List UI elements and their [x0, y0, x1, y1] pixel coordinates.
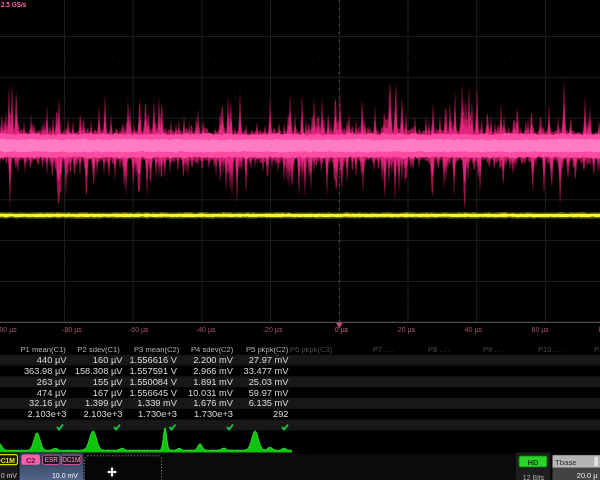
svg-text:DC1M: DC1M: [0, 457, 15, 464]
svg-text:474 µV: 474 µV: [37, 388, 67, 398]
svg-text:2.103e+3: 2.103e+3: [27, 409, 66, 419]
svg-text:-100 µs: -100 µs: [0, 326, 17, 334]
svg-text:C2: C2: [26, 456, 35, 465]
svg-text:1.730e+3: 1.730e+3: [138, 409, 177, 419]
svg-text:10.031 mV: 10.031 mV: [188, 388, 234, 398]
svg-text:P9 . . .: P9 . . .: [483, 345, 505, 354]
svg-text:DC1M: DC1M: [62, 456, 80, 463]
svg-text:-40 µs: -40 µs: [196, 326, 216, 334]
svg-text:32.16 µV: 32.16 µV: [29, 398, 67, 408]
svg-text:-80 µs: -80 µs: [62, 326, 82, 334]
svg-text:0 µs: 0 µs: [335, 326, 349, 334]
svg-text:1.556616 V: 1.556616 V: [129, 355, 177, 365]
svg-text:155 µV: 155 µV: [93, 377, 123, 387]
svg-text:2.103e+3: 2.103e+3: [83, 409, 122, 419]
svg-text:27.97 mV: 27.97 mV: [249, 355, 290, 365]
svg-text:1.676 mV: 1.676 mV: [193, 398, 234, 408]
svg-text:1.891 mV: 1.891 mV: [193, 377, 234, 387]
svg-text:167 µV: 167 µV: [93, 388, 123, 398]
svg-text:2.200 mV: 2.200 mV: [193, 355, 234, 365]
svg-text:P2 sdev(C1): P2 sdev(C1): [78, 345, 121, 354]
svg-text:263 µV: 263 µV: [37, 377, 67, 387]
svg-text:P8 . . .: P8 . . .: [428, 345, 450, 354]
svg-text:P5 pkpk(C2): P5 pkpk(C2): [246, 345, 289, 354]
svg-text:60 µs: 60 µs: [532, 326, 550, 334]
svg-text:292: 292: [273, 409, 289, 419]
svg-text:440 µV: 440 µV: [37, 355, 67, 365]
svg-text:2.5 GS/s: 2.5 GS/s: [1, 1, 27, 8]
svg-text:Tbase: Tbase: [555, 458, 577, 467]
svg-text:-60 µs: -60 µs: [129, 326, 149, 334]
svg-text:363.98 µV: 363.98 µV: [24, 366, 67, 376]
svg-text:59.97 mV: 59.97 mV: [249, 388, 290, 398]
svg-text:1.730e+3: 1.730e+3: [194, 409, 233, 419]
svg-text:6.135 mV: 6.135 mV: [249, 398, 290, 408]
svg-text:1.557591 V: 1.557591 V: [129, 366, 177, 376]
svg-text:ESR: ESR: [45, 456, 59, 463]
svg-text:20 µs: 20 µs: [398, 326, 416, 334]
svg-text:P1: P1: [594, 345, 600, 354]
svg-text:20.0 µ: 20.0 µ: [577, 471, 598, 480]
svg-text:P7 . . .: P7 . . .: [373, 345, 395, 354]
svg-text:P6 pkpk(C3): P6 pkpk(C3): [290, 345, 333, 354]
svg-text:P4 sdev(C2): P4 sdev(C2): [191, 345, 234, 354]
svg-text:40 µs: 40 µs: [465, 326, 483, 334]
svg-text:1.399 µV: 1.399 µV: [85, 398, 123, 408]
svg-text:1.556645 V: 1.556645 V: [129, 388, 177, 398]
svg-text:1.339 mV: 1.339 mV: [137, 398, 178, 408]
svg-text:P3 mean(C2): P3 mean(C2): [134, 345, 180, 354]
svg-text:P10 . . .: P10 . . .: [538, 345, 564, 354]
svg-text:160 µV: 160 µV: [93, 355, 123, 365]
svg-text:P1 mean(C1): P1 mean(C1): [21, 345, 67, 354]
svg-text:0 mV: 0 mV: [1, 472, 18, 479]
svg-text:12 Bits: 12 Bits: [523, 474, 545, 480]
svg-text:158.308 µV: 158.308 µV: [75, 366, 124, 376]
svg-text:-20 µs: -20 µs: [263, 326, 283, 334]
svg-text:33.477 mV: 33.477 mV: [244, 366, 290, 376]
svg-text:HD: HD: [528, 458, 539, 467]
svg-text:25.03 mV: 25.03 mV: [249, 377, 290, 387]
svg-text:10.0 mV: 10.0 mV: [52, 472, 78, 479]
svg-text:1.550084 V: 1.550084 V: [129, 377, 177, 387]
svg-text:2.966 mV: 2.966 mV: [193, 366, 234, 376]
